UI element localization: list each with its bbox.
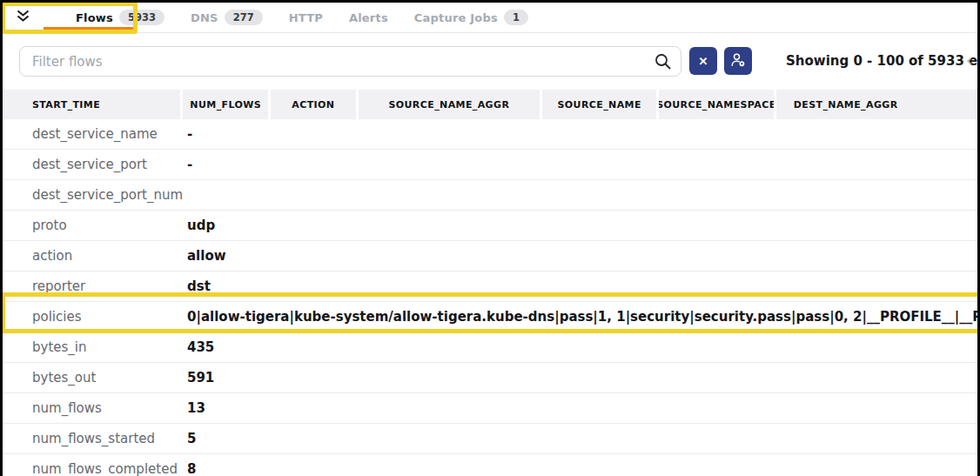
detail-value: 5 (187, 431, 980, 446)
tab-dns[interactable]: DNS 277 (191, 10, 263, 25)
tab-capture-jobs-label: Capture Jobs (414, 11, 498, 24)
detail-row-bytes-out[interactable]: bytes_out 591 (3, 363, 980, 393)
column-header-source-name[interactable]: SOURCE_NAME (542, 90, 659, 119)
detail-value: dst (187, 278, 980, 294)
detail-value: 0|allow-tigera|kube-system/allow-tigera.… (187, 309, 980, 325)
detail-value: 435 (187, 339, 980, 355)
filter-flows-input[interactable] (19, 46, 681, 77)
column-header-num-flows[interactable]: NUM_FLOWS (183, 90, 271, 119)
detail-key: dest_service_name (32, 126, 185, 142)
user-settings-button[interactable] (724, 47, 752, 75)
detail-key: num_flows_completed (32, 461, 185, 476)
collapse-all-button[interactable] (16, 9, 30, 26)
detail-key: reporter (32, 278, 185, 294)
frame-edge-top (0, 0, 980, 3)
active-tab-underline (44, 27, 134, 30)
detail-key: bytes_out (32, 370, 185, 385)
detail-row-num-flows-completed[interactable]: num_flows_completed 8 (3, 454, 980, 476)
detail-row-num-flows[interactable]: num_flows 13 (3, 393, 980, 424)
detail-value: 13 (187, 400, 980, 416)
detail-key: action (32, 248, 185, 264)
detail-row-dest-service-name[interactable]: dest_service_name - (3, 119, 980, 150)
tab-http[interactable]: HTTP (289, 11, 323, 24)
detail-key: dest_service_port (32, 157, 185, 172)
detail-value: - (187, 126, 980, 142)
tab-http-label: HTTP (289, 11, 323, 24)
table-header-row: START_TIME NUM_FLOWS ACTION SOURCE_NAME_… (3, 90, 980, 119)
pagination-summary: Showing 0 - 100 of 5933 entries (786, 53, 980, 69)
tab-dns-label: DNS (191, 11, 218, 24)
frame-edge-left (0, 0, 3, 476)
flow-detail-list: dest_service_name - dest_service_port - … (3, 119, 980, 476)
detail-key: bytes_in (32, 339, 185, 355)
search-icon (654, 52, 672, 74)
column-header-source-name-aggr[interactable]: SOURCE_NAME_AGGR (359, 90, 543, 119)
detail-value: udp (187, 218, 980, 233)
clear-filter-button[interactable]: ✕ (689, 47, 717, 75)
double-chevron-down-icon (16, 10, 30, 25)
tab-alerts[interactable]: Alerts (349, 11, 388, 24)
detail-value: - (187, 157, 980, 172)
detail-row-reporter[interactable]: reporter dst (3, 272, 980, 302)
flow-logs-page: Flows 5933 DNS 277 HTTP Alerts Capture J… (0, 0, 980, 476)
column-header-start-time[interactable]: START_TIME (3, 90, 183, 119)
detail-value: 8 (187, 461, 980, 476)
tab-capture-jobs[interactable]: Capture Jobs 1 (414, 10, 528, 25)
column-header-source-namespace[interactable]: SOURCE_NAMESPACE (659, 90, 776, 119)
close-icon: ✕ (699, 56, 708, 67)
tab-flows-badge: 5933 (119, 10, 164, 25)
tab-flows[interactable]: Flows 5933 (76, 10, 164, 25)
detail-key: dest_service_port_num (32, 187, 185, 203)
detail-row-dest-service-port[interactable]: dest_service_port - (3, 150, 980, 180)
detail-row-bytes-in[interactable]: bytes_in 435 (3, 332, 980, 363)
tab-flows-label: Flows (76, 11, 113, 24)
detail-row-policies[interactable]: policies 0|allow-tigera|kube-system/allo… (3, 302, 980, 332)
tabbar-divider (3, 32, 977, 33)
column-header-action[interactable]: ACTION (271, 90, 358, 119)
tab-capture-jobs-badge: 1 (504, 10, 528, 25)
detail-row-num-flows-started[interactable]: num_flows_started 5 (3, 424, 980, 454)
detail-row-action[interactable]: action allow (3, 241, 980, 272)
detail-value: 591 (187, 370, 980, 385)
detail-row-proto[interactable]: proto udp (3, 211, 980, 241)
detail-row-dest-service-port-num[interactable]: dest_service_port_num (3, 180, 980, 211)
column-header-dest-name-aggr[interactable]: DEST_NAME_AGGR (776, 90, 980, 119)
detail-key: policies (32, 309, 185, 325)
previous-page-chevron-icon[interactable]: ‹ (966, 50, 973, 70)
detail-key: proto (32, 218, 185, 233)
tab-alerts-label: Alerts (349, 11, 388, 24)
detail-value: allow (187, 248, 980, 264)
detail-key: num_flows (32, 400, 185, 416)
tab-bar: Flows 5933 DNS 277 HTTP Alerts Capture J… (3, 3, 977, 32)
tab-dns-badge: 277 (225, 10, 263, 25)
detail-key: num_flows_started (32, 431, 185, 446)
user-gear-icon (730, 52, 746, 70)
